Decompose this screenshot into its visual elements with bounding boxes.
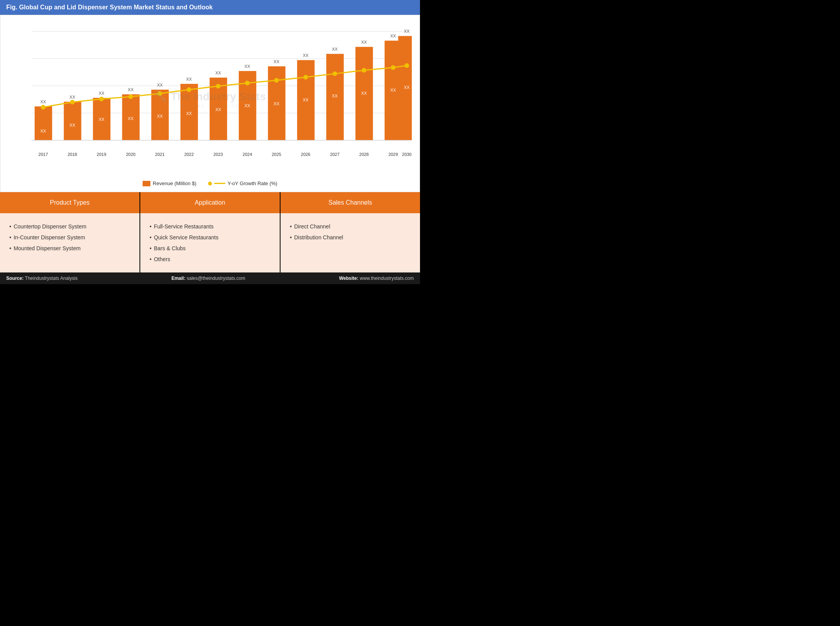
- svg-text:XX: XX: [41, 129, 46, 133]
- bottom-sections: Product Types Countertop Dispenser Syste…: [0, 192, 420, 272]
- footer: Source: Theindustrystats Analysis Email:…: [0, 272, 420, 284]
- svg-text:XX: XX: [361, 40, 367, 44]
- application-list: Full-Service Restaurants Quick Service R…: [150, 221, 270, 265]
- legend-revenue: Revenue (Million $): [143, 180, 196, 186]
- svg-text:2021: 2021: [155, 152, 164, 157]
- product-types-body: Countertop Dispenser System In-Counter D…: [0, 213, 139, 262]
- chart-area: 🔧 The Industry Stats market research XX …: [0, 15, 420, 192]
- legend-line-dot: [208, 182, 212, 186]
- sales-channels-list: Direct Channel Distribution Channel: [290, 221, 411, 243]
- svg-point-74: [405, 64, 409, 67]
- legend-bar-label: Revenue (Million $): [153, 180, 196, 186]
- svg-text:XX: XX: [404, 85, 410, 90]
- svg-text:XX: XX: [274, 101, 279, 106]
- chart-svg: XX XX 2017 XX XX 2018 XX XX 2019 XX XX 2…: [8, 21, 412, 177]
- svg-text:XX: XX: [69, 123, 75, 127]
- svg-point-73: [391, 65, 395, 69]
- svg-point-64: [129, 95, 132, 99]
- footer-website: Website: www.theindustrystats.com: [339, 276, 414, 281]
- product-types-list: Countertop Dispenser System In-Counter D…: [9, 221, 130, 254]
- svg-point-63: [100, 97, 104, 101]
- footer-source: Source: Theindustrystats Analysis: [6, 276, 78, 281]
- svg-point-69: [275, 78, 279, 82]
- svg-text:XX: XX: [332, 94, 338, 98]
- list-item: Mounted Dispenser System: [9, 243, 130, 254]
- svg-text:2030: 2030: [402, 152, 411, 157]
- svg-point-68: [245, 81, 249, 85]
- svg-text:XX: XX: [186, 77, 192, 81]
- chart-svg-wrapper: 🔧 The Industry Stats market research XX …: [8, 21, 412, 177]
- svg-text:XX: XX: [41, 99, 46, 104]
- svg-text:XX: XX: [99, 117, 104, 122]
- svg-text:2017: 2017: [39, 152, 48, 157]
- svg-text:XX: XX: [186, 111, 192, 116]
- legend-line-label: Y-oY Growth Rate (%): [228, 180, 277, 186]
- list-item: Others: [150, 254, 270, 265]
- svg-point-70: [304, 75, 308, 79]
- svg-point-72: [362, 68, 366, 72]
- sales-channels-header: Sales Channels: [281, 192, 420, 213]
- legend-line-icon: [214, 183, 225, 184]
- list-item: Bars & Clubs: [150, 243, 270, 254]
- svg-text:XX: XX: [303, 53, 309, 58]
- list-item: Countertop Dispenser System: [9, 221, 130, 232]
- svg-point-65: [158, 92, 162, 95]
- svg-point-66: [187, 88, 191, 92]
- svg-text:2029: 2029: [388, 152, 398, 157]
- svg-text:XX: XX: [303, 97, 309, 102]
- svg-text:XX: XX: [215, 107, 221, 112]
- sales-channels-body: Direct Channel Distribution Channel: [281, 213, 420, 251]
- chart-title: Fig. Global Cup and Lid Dispenser System…: [6, 4, 213, 11]
- svg-text:XX: XX: [274, 59, 279, 64]
- svg-rect-9: [64, 102, 81, 140]
- footer-email: Email: sales@theindustrystats.com: [171, 276, 245, 281]
- application-body: Full-Service Restaurants Quick Service R…: [140, 213, 280, 272]
- list-item: Direct Channel: [290, 221, 411, 232]
- svg-text:2022: 2022: [184, 152, 194, 157]
- svg-text:XX: XX: [128, 116, 134, 121]
- svg-text:2018: 2018: [67, 152, 77, 157]
- svg-point-71: [333, 72, 337, 76]
- list-item: Full-Service Restaurants: [150, 221, 270, 232]
- svg-text:2024: 2024: [243, 152, 252, 157]
- svg-text:XX: XX: [157, 114, 163, 118]
- svg-text:2027: 2027: [330, 152, 339, 157]
- svg-point-61: [41, 105, 45, 109]
- sales-channels-col: Sales Channels Direct Channel Distributi…: [281, 192, 420, 272]
- svg-text:XX: XX: [244, 64, 250, 69]
- svg-text:XX: XX: [157, 83, 163, 87]
- svg-text:2028: 2028: [359, 152, 369, 157]
- svg-text:XX: XX: [99, 91, 104, 95]
- svg-text:XX: XX: [332, 47, 338, 51]
- application-col: Application Full-Service Restaurants Qui…: [140, 192, 280, 272]
- svg-text:XX: XX: [361, 91, 367, 95]
- list-item: Quick Service Restaurants: [150, 232, 270, 243]
- main-container: Fig. Global Cup and Lid Dispenser System…: [0, 0, 420, 284]
- product-types-col: Product Types Countertop Dispenser Syste…: [0, 192, 139, 272]
- svg-text:2023: 2023: [214, 152, 223, 157]
- svg-text:XX: XX: [215, 71, 221, 75]
- svg-text:XX: XX: [404, 29, 410, 34]
- svg-text:XX: XX: [390, 88, 396, 92]
- svg-rect-5: [35, 106, 52, 140]
- svg-text:2026: 2026: [301, 152, 310, 157]
- svg-text:XX: XX: [244, 103, 250, 108]
- svg-point-67: [216, 84, 220, 88]
- svg-text:XX: XX: [128, 87, 134, 92]
- chart-legend: Revenue (Million $) Y-oY Growth Rate (%): [8, 177, 412, 188]
- svg-point-62: [71, 100, 74, 104]
- svg-text:XX: XX: [390, 34, 396, 38]
- list-item: Distribution Channel: [290, 232, 411, 243]
- svg-text:2025: 2025: [272, 152, 281, 157]
- legend-bar-icon: [143, 181, 150, 186]
- application-header: Application: [140, 192, 280, 213]
- product-types-header: Product Types: [0, 192, 139, 213]
- list-item: In-Counter Dispenser System: [9, 232, 130, 243]
- chart-header: Fig. Global Cup and Lid Dispenser System…: [0, 0, 420, 15]
- svg-text:XX: XX: [69, 95, 75, 99]
- svg-text:2019: 2019: [97, 152, 106, 157]
- legend-growth: Y-oY Growth Rate (%): [208, 180, 277, 186]
- svg-text:2020: 2020: [126, 152, 135, 157]
